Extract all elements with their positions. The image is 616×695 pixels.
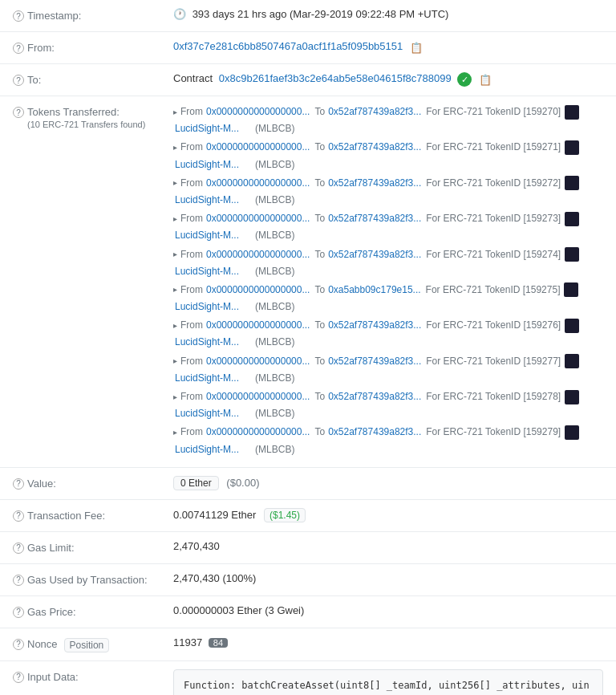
transfer-from-link[interactable]: 0x0000000000000000... [206, 318, 310, 333]
nonce-value-col: 11937 84 [173, 636, 603, 648]
to-help-icon[interactable]: ? [13, 75, 24, 86]
transfer-sub: (MLBCB) [255, 228, 294, 243]
token-name-link[interactable]: LucidSight-M... [175, 371, 239, 386]
from-help-icon[interactable]: ? [13, 43, 24, 54]
from-value: 0xf37c7e281c6bb8507467a0acf1f1a5f095bb51… [173, 40, 603, 53]
transfer-sub: (MLBCB) [255, 442, 294, 457]
gas-limit-help-icon[interactable]: ? [13, 543, 24, 554]
from-row: ? From: 0xf37c7e281c6bb8507467a0acf1f1a5… [0, 32, 616, 64]
transfer-arrow: ▸ [173, 248, 177, 261]
token-name-link[interactable]: LucidSight-M... [175, 442, 239, 457]
transfer-from-link[interactable]: 0x0000000000000000... [206, 354, 310, 369]
tx-fee-help-icon[interactable]: ? [13, 510, 24, 522]
from-label: From: [27, 42, 55, 54]
transfer-to-link[interactable]: 0x52af787439a82f3... [328, 318, 421, 333]
transfer-arrow: ▸ [173, 319, 177, 332]
to-value: Contract 0x8c9b261faef3b3c2e64ab5e58e046… [173, 72, 603, 87]
token-name-link[interactable]: LucidSight-M... [175, 264, 239, 279]
value-help-icon[interactable]: ? [13, 478, 24, 490]
from-copy-icon[interactable]: 📋 [410, 42, 421, 53]
transfer-item-6: ▸ From 0x0000000000000000... To 0x52af78… [173, 318, 603, 350]
transfer-from-link[interactable]: 0x0000000000000000... [206, 282, 310, 298]
gas-price-label: Gas Price: [27, 606, 76, 618]
transfer-to-link[interactable]: 0x52af787439a82f3... [328, 104, 421, 120]
for-label: For ERC-721 TokenID [159275] [426, 282, 561, 298]
transfer-to-link[interactable]: 0x52af787439a82f3... [328, 176, 421, 191]
token-name-link[interactable]: LucidSight-M... [175, 121, 239, 136]
transfer-from-link[interactable]: 0x0000000000000000... [206, 247, 310, 262]
value-amount: 0 Ether ($0.00) [173, 476, 603, 490]
gas-price-help-icon[interactable]: ? [13, 607, 24, 618]
nft-thumbnail [565, 140, 579, 155]
transfer-arrow: ▸ [173, 213, 177, 226]
transfer-from-link[interactable]: 0x0000000000000000... [206, 104, 310, 120]
transfer-from-link[interactable]: 0x0000000000000000... [206, 140, 310, 155]
transfer-sub: (MLBCB) [255, 157, 294, 173]
timestamp-text: 393 days 21 hrs ago (Mar-29-2019 09:22:4… [192, 8, 449, 20]
transfer-arrow: ▸ [173, 426, 177, 439]
token-name-link[interactable]: LucidSight-M... [175, 193, 239, 208]
to-copy-icon[interactable]: 📋 [479, 74, 490, 85]
transfer-sub: (MLBCB) [255, 406, 294, 421]
gas-used-help-icon[interactable]: ? [13, 575, 24, 586]
from-label-text: From [180, 140, 203, 155]
from-label-text: From [180, 247, 203, 262]
verified-contract-icon: ✓ [457, 72, 472, 87]
transfer-arrow: ▸ [173, 177, 177, 189]
nonce-label-col: ? Nonce Position [13, 636, 173, 652]
to-label-text: To [314, 104, 325, 120]
gas-limit-label-col: ? Gas Limit: [13, 540, 173, 554]
for-label: For ERC-721 TokenID [159274] [426, 247, 561, 262]
value-label-col: ? Value: [13, 476, 173, 490]
token-name-link[interactable]: LucidSight-M... [175, 228, 239, 243]
transfer-to-link[interactable]: 0x52af787439a82f3... [328, 425, 421, 440]
transfer-to-link[interactable]: 0x52af787439a82f3... [328, 354, 421, 369]
transfer-from-link[interactable]: 0x0000000000000000... [206, 425, 310, 440]
token-name-link[interactable]: LucidSight-M... [175, 157, 239, 173]
transfer-to-link[interactable]: 0x52af787439a82f3... [328, 389, 421, 404]
transfer-sub: (MLBCB) [255, 121, 294, 136]
timestamp-help-icon[interactable]: ? [13, 10, 24, 22]
from-label-text: From [180, 104, 203, 120]
position-badge: Position [64, 638, 110, 652]
transfer-item-5: ▸ From 0x0000000000000000... To 0xa5abb0… [173, 282, 603, 315]
from-address-link[interactable]: 0xf37c7e281c6bb8507467a0acf1f1a5f095bb51… [173, 40, 403, 52]
gas-limit-label: Gas Limit: [27, 542, 75, 554]
to-contract-prefix: Contract [173, 72, 213, 84]
transfer-item-2: ▸ From 0x0000000000000000... To 0x52af78… [173, 176, 603, 208]
for-label: For ERC-721 TokenID [159270] [426, 104, 561, 120]
input-data-value: Function: batchCreateAsset(uint8[] _team… [173, 669, 603, 695]
transfer-to-link[interactable]: 0x52af787439a82f3... [328, 140, 421, 155]
transfer-from-link[interactable]: 0x0000000000000000... [206, 211, 310, 226]
for-label: For ERC-721 TokenID [159276] [426, 318, 561, 333]
token-name-link[interactable]: LucidSight-M... [175, 406, 239, 421]
transfer-item-1: ▸ From 0x0000000000000000... To 0x52af78… [173, 140, 603, 172]
token-name-link[interactable]: LucidSight-M... [175, 299, 239, 315]
from-label-text: From [180, 176, 203, 191]
to-label-col: ? To: [13, 72, 173, 86]
token-name-link[interactable]: LucidSight-M... [175, 335, 239, 350]
transfer-to-link[interactable]: 0xa5abb09c179e15... [328, 282, 420, 298]
nonce-help-icon[interactable]: ? [13, 639, 24, 650]
transfer-to-link[interactable]: 0x52af787439a82f3... [328, 247, 421, 262]
from-label-text: From [180, 425, 203, 440]
nonce-row: ? Nonce Position 11937 84 [0, 628, 616, 661]
transfer-to-link[interactable]: 0x52af787439a82f3... [328, 211, 421, 226]
timestamp-label-col: ? Timestamp: [13, 8, 173, 22]
transfer-item-9: ▸ From 0x0000000000000000... To 0x52af78… [173, 425, 603, 457]
from-label-text: From [180, 389, 203, 404]
to-label-text: To [314, 140, 325, 155]
to-contract-address-link[interactable]: 0x8c9b261faef3b3c2e64ab5e58e04615f8c7880… [219, 72, 452, 84]
for-label: For ERC-721 TokenID [159272] [426, 176, 561, 191]
timestamp-row: ? Timestamp: 🕐 393 days 21 hrs ago (Mar-… [0, 0, 616, 32]
tokens-help-icon[interactable]: ? [13, 107, 24, 118]
input-data-help-icon[interactable]: ? [13, 672, 24, 683]
gas-limit-row: ? Gas Limit: 2,470,430 [0, 532, 616, 564]
transfer-arrow: ▸ [173, 283, 177, 296]
gas-used-label-col: ? Gas Used by Transaction: [13, 572, 173, 586]
transfer-from-link[interactable]: 0x0000000000000000... [206, 389, 310, 404]
tx-fee-row: ? Transaction Fee: 0.00741129 Ether ($1.… [0, 500, 616, 532]
tx-fee-usd-badge: ($1.45) [264, 508, 306, 522]
transfer-item-7: ▸ From 0x0000000000000000... To 0x52af78… [173, 354, 603, 386]
transfer-from-link[interactable]: 0x0000000000000000... [206, 176, 310, 191]
